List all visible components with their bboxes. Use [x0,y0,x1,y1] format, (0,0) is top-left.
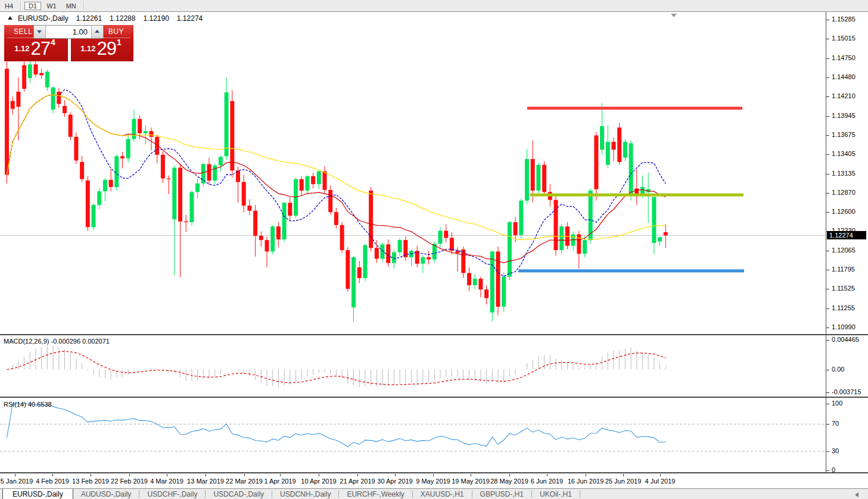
price-tick-label: 1.11795 [832,266,855,273]
tab-usdcad-daily[interactable]: USDCAD-,Daily [206,489,272,499]
buy-price-pip: 1 [117,38,122,47]
price-tick-label: 1.13675 [832,131,855,138]
axis-tick [826,174,829,174]
time-tick [509,474,510,476]
axis-tick [826,251,829,251]
ohlc-high: 1.12288 [110,14,135,23]
price-axis[interactable]: 1.152851.150151.147501.144801.142101.139… [826,12,868,473]
chevron-up-icon [95,30,99,33]
time-tick-label: 6 Jun 2019 [531,478,563,485]
time-tick [471,474,471,476]
time-tick-label: 4 Mar 2019 [150,478,183,485]
time-tick-label: 16 Jun 2019 [568,478,604,485]
time-tick [15,474,15,476]
price-tick-label: 1.13135 [832,170,855,177]
tab-gbpusd-h1[interactable]: GBPUSD-,H1 [472,489,531,499]
macd-tick-label: 0.00 [832,366,844,373]
pane-splitter[interactable] [0,397,868,398]
time-axis[interactable]: 25 Jan 20194 Feb 201913 Feb 201922 Feb 2… [0,473,826,488]
time-tick [623,474,624,476]
axis-tick [826,135,829,136]
axis-tick [826,404,829,404]
pane-splitter[interactable] [0,334,868,335]
price-tick-label: 1.14480 [832,73,855,80]
scroll-to-end-marker-icon [671,14,677,17]
timeframe-h4-button[interactable]: H4 [1,2,17,10]
price-tick-label: 1.11255 [832,304,855,311]
axis-tick [826,308,829,309]
time-tick [280,474,281,476]
tab-xauusd-h1[interactable]: XAUUSD-,H1 [413,489,472,499]
collapse-trade-panel-icon[interactable] [8,16,13,20]
sell-price: 1.12274 [4,38,66,60]
time-tick-label: 13 Feb 2019 [72,478,109,485]
one-click-trading-panel: SELL 1.12274 BUY 1.12291 1.00 [4,25,133,61]
price-tick-label: 1.13405 [832,150,855,157]
axis-tick [826,154,829,155]
rsi-tick-label: 30 [832,447,839,454]
time-tick-label: 19 May 2019 [452,478,490,485]
volume-decrease-button[interactable] [34,26,46,38]
time-tick [357,474,358,476]
price-tick-label: 1.12600 [832,208,855,215]
price-tick-label: 1.11525 [832,285,855,292]
time-tick [433,474,434,476]
sell-price-pip: 4 [51,38,55,47]
tab-audusd-daily[interactable]: AUDUSD-,Daily [73,489,139,499]
chart-symbol-label: EURUSD-,Daily [18,14,69,23]
chart-title: EURUSD-,Daily1.122611.122881.121901.1227… [18,14,210,23]
axis-tick [826,39,829,39]
rsi-tick-label: 100 [832,400,842,407]
time-tick-label: 10 Apr 2019 [301,478,336,485]
time-tick [660,474,661,476]
toolbar-separator [83,1,85,10]
price-tick-label: 1.12065 [832,247,855,254]
timeframe-d1-button[interactable]: D1 [24,2,41,10]
buy-price: 1.12291 [71,38,131,60]
axis-tick [826,470,829,471]
volume-increase-button[interactable] [91,26,103,38]
axis-tick [826,193,829,194]
macd-tick-label: 0.004465 [832,336,859,343]
tab-scroll-left-icon[interactable] [855,492,858,497]
time-tick-label: 1 Apr 2019 [264,478,295,485]
time-tick-label: 13 Mar 2019 [187,478,224,485]
price-tick-label: 1.13945 [832,112,855,119]
axis-tick [826,328,829,328]
ohlc-close: 1.12274 [177,14,203,23]
tab-eurusd-daily[interactable]: EURUSD-,Daily [2,489,73,499]
current-price-tag: 1.12274 [827,231,866,239]
time-tick [167,474,167,476]
tab-separator [580,491,580,498]
macd-label: MACD(12,26,9) -0.000296 0.002071 [4,338,110,345]
time-tick [586,474,586,476]
timeframe-mn-button[interactable]: MN [62,2,80,10]
chevron-down-icon [37,30,42,33]
axis-tick [826,212,829,213]
tab-eurchf-weekly[interactable]: EURCHF-,Weekly [339,489,412,499]
time-tick [206,474,206,476]
tab-ukoil-h1[interactable]: UKOil-,H1 [532,489,580,499]
tab-usdcnh-daily[interactable]: USDCNH-,Daily [272,489,338,499]
axis-tick [826,424,829,425]
axis-tick [826,289,829,289]
rsi-tick-label: 70 [832,420,839,427]
time-tick-label: 22 Mar 2019 [226,478,263,485]
sell-button[interactable]: SELL [14,27,32,36]
axis-tick [826,77,829,78]
rsi-indicator-pane[interactable] [0,398,826,472]
macd-tick-label: -0.003715 [832,388,861,395]
mt4-window: H4 D1 W1 MN EURUSD-,Daily1.122611.122881… [0,0,868,499]
price-tick-label: 1.15285 [832,15,855,23]
time-tick-label: 21 Apr 2019 [340,478,375,485]
macd-indicator-pane[interactable] [0,335,826,396]
time-tick [52,474,53,476]
time-tick-label: 28 May 2019 [490,478,528,485]
price-tick-label: 1.12870 [832,189,855,196]
tab-usdchf-daily[interactable]: USDCHF-,Daily [139,489,205,499]
timeframe-w1-button[interactable]: W1 [42,2,61,10]
time-tick [319,474,319,476]
buy-button[interactable]: BUY [108,27,124,36]
volume-input[interactable]: 1.00 [46,26,91,38]
price-tick-label: 1.15015 [832,35,855,42]
